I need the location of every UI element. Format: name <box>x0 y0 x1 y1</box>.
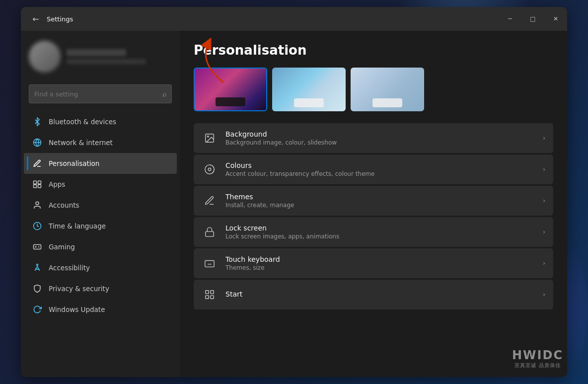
window-controls: ─ □ ✕ <box>499 7 567 31</box>
settings-list: Background Background image, colour, sli… <box>194 123 553 309</box>
settings-row-themes[interactable]: Themes Install, create, manage › <box>194 186 553 216</box>
back-button[interactable]: ← <box>29 12 43 26</box>
colours-title: Colours <box>225 161 535 169</box>
start-icon <box>202 287 218 303</box>
network-icon <box>32 137 43 148</box>
user-email-blurred <box>67 59 146 64</box>
sidebar-item-gaming-label: Gaming <box>49 243 75 251</box>
search-box[interactable]: ⌕ <box>29 84 172 103</box>
sidebar-item-accounts[interactable]: Accounts <box>24 195 177 216</box>
background-chevron: › <box>543 135 545 142</box>
settings-row-background[interactable]: Background Background image, colour, sli… <box>194 123 553 153</box>
theme-thumbnails <box>194 68 553 111</box>
lockscreen-text: Lock screen Lock screen images, apps, an… <box>225 224 535 240</box>
touchkeyboard-chevron: › <box>543 260 545 267</box>
avatar <box>29 41 61 73</box>
maximize-button[interactable]: □ <box>521 7 544 31</box>
lockscreen-icon <box>202 224 218 240</box>
sidebar: ⌕ Bluetooth & devices <box>21 31 180 377</box>
settings-row-start[interactable]: Start › <box>194 280 553 309</box>
colours-subtitle: Accent colour, transparency effects, col… <box>225 170 535 177</box>
theme-taskbar-3 <box>372 98 402 107</box>
lockscreen-title: Lock screen <box>225 224 535 232</box>
touchkeyboard-icon <box>202 255 218 271</box>
page-title: Personalisation <box>194 43 553 58</box>
svg-point-8 <box>37 264 38 266</box>
sidebar-item-bluetooth[interactable]: Bluetooth & devices <box>24 111 177 132</box>
user-profile[interactable] <box>21 31 180 80</box>
touchkeyboard-title: Touch keyboard <box>225 255 535 263</box>
window-title: Settings <box>47 15 73 23</box>
sidebar-item-time[interactable]: Time & language <box>24 216 177 236</box>
themes-title: Themes <box>225 193 535 201</box>
svg-point-10 <box>207 136 209 137</box>
theme-thumb-2[interactable] <box>272 68 346 111</box>
theme-thumb-3[interactable] <box>351 68 424 111</box>
sidebar-item-network[interactable]: Network & internet <box>24 132 177 153</box>
minimize-button[interactable]: ─ <box>499 7 521 31</box>
svg-rect-13 <box>206 231 214 236</box>
titlebar: ← Settings ─ □ ✕ <box>21 7 567 31</box>
user-info <box>67 49 172 64</box>
accessibility-icon <box>32 262 43 273</box>
svg-rect-4 <box>38 185 41 188</box>
personalisation-icon <box>32 158 43 169</box>
svg-rect-3 <box>34 185 37 188</box>
themes-text: Themes Install, create, manage <box>225 193 535 209</box>
settings-window: ← Settings ─ □ ✕ <box>21 7 567 377</box>
background-icon <box>202 130 218 146</box>
bluetooth-icon <box>32 116 43 127</box>
sidebar-item-personalisation[interactable]: Personalisation <box>24 153 177 174</box>
svg-rect-7 <box>34 245 41 249</box>
lockscreen-subtitle: Lock screen images, apps, animations <box>225 233 535 240</box>
sidebar-item-update[interactable]: Windows Update <box>24 299 177 320</box>
sidebar-item-accessibility[interactable]: Accessibility <box>24 257 177 278</box>
themes-subtitle: Install, create, manage <box>225 202 535 209</box>
start-text: Start <box>225 290 535 299</box>
content-inner: Personalisation <box>194 43 553 309</box>
theme-thumb-1[interactable] <box>194 68 267 111</box>
nav-list: Bluetooth & devices Network & internet <box>21 111 180 320</box>
theme-taskbar-1 <box>216 97 245 106</box>
update-icon <box>32 304 43 315</box>
colours-text: Colours Accent colour, transparency effe… <box>225 161 535 177</box>
settings-row-lockscreen[interactable]: Lock screen Lock screen images, apps, an… <box>194 217 553 247</box>
gaming-icon <box>32 241 43 252</box>
search-input[interactable] <box>34 90 158 98</box>
lockscreen-chevron: › <box>543 229 545 235</box>
touchkeyboard-subtitle: Themes, size <box>225 264 535 271</box>
sidebar-item-accounts-label: Accounts <box>49 201 79 209</box>
background-subtitle: Background image, colour, slideshow <box>225 139 535 146</box>
sidebar-item-gaming[interactable]: Gaming <box>24 236 177 257</box>
sidebar-item-privacy[interactable]: Privacy & security <box>24 278 177 299</box>
svg-rect-2 <box>38 181 41 184</box>
background-text: Background Background image, colour, sli… <box>225 130 535 146</box>
svg-rect-17 <box>206 296 209 299</box>
start-chevron: › <box>543 291 545 298</box>
time-icon <box>32 221 43 231</box>
svg-rect-15 <box>206 291 209 294</box>
settings-row-touchkeyboard[interactable]: Touch keyboard Themes, size › <box>194 248 553 278</box>
search-icon: ⌕ <box>162 90 166 98</box>
sidebar-item-network-label: Network & internet <box>49 139 113 147</box>
content-area: Personalisation <box>180 31 567 377</box>
colours-chevron: › <box>543 166 545 173</box>
touchkeyboard-text: Touch keyboard Themes, size <box>225 255 535 271</box>
sidebar-item-privacy-label: Privacy & security <box>49 285 109 293</box>
theme-taskbar-2 <box>294 98 324 107</box>
sidebar-item-update-label: Windows Update <box>49 306 105 313</box>
themes-icon <box>202 193 218 209</box>
privacy-icon <box>32 283 43 294</box>
sidebar-item-accessibility-label: Accessibility <box>49 264 90 272</box>
colours-icon <box>202 161 218 177</box>
svg-rect-18 <box>211 296 214 299</box>
settings-row-colours[interactable]: Colours Accent colour, transparency effe… <box>194 154 553 184</box>
svg-point-5 <box>36 202 39 205</box>
search-container: ⌕ <box>21 80 180 111</box>
sidebar-item-apps-label: Apps <box>49 180 65 188</box>
svg-rect-16 <box>211 291 214 294</box>
sidebar-item-apps[interactable]: Apps <box>24 174 177 195</box>
close-button[interactable]: ✕ <box>544 7 567 31</box>
apps-icon <box>32 179 43 190</box>
sidebar-item-bluetooth-label: Bluetooth & devices <box>49 118 116 126</box>
